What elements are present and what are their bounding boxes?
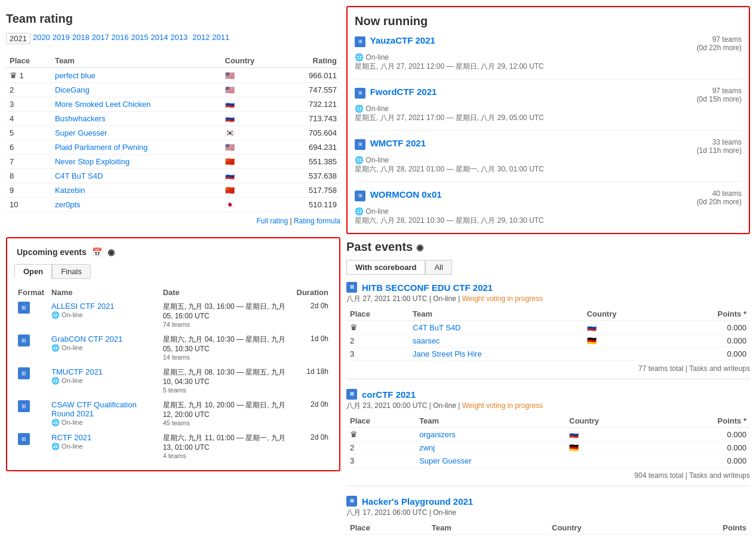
col-rating: Rating: [282, 54, 340, 68]
running-event-detail: 🌐 On-line星期六, 八月 28, 2021 01:00 — 星期一, 八…: [355, 156, 742, 174]
place-cell: 3: [6, 97, 51, 112]
year-link-2014[interactable]: 2014: [150, 33, 168, 44]
past-col: Country: [566, 415, 659, 428]
past-col: Points: [658, 521, 750, 535]
team-link[interactable]: saarsec: [413, 336, 440, 345]
running-event-name[interactable]: FwordCTF 2021: [370, 87, 437, 97]
year-link-2020[interactable]: 2020: [33, 33, 50, 44]
year-link-2016[interactable]: 2016: [112, 33, 129, 44]
col-country: Country: [222, 54, 282, 68]
tab-open[interactable]: Open: [14, 264, 52, 279]
year-link-2021[interactable]: 2021: [6, 33, 30, 44]
team-link[interactable]: Super Guesser: [419, 456, 471, 465]
team-link[interactable]: C4T BuT S4D: [413, 323, 460, 332]
team-cell: More Smoked Leet Chicken: [51, 97, 222, 112]
past-col: Points *: [659, 415, 750, 428]
team-link[interactable]: perfect blue: [55, 71, 96, 80]
past-table: PlaceTeamCountryPoints * ♛ organizers 🇷🇺…: [346, 415, 750, 468]
points-cell: 0.000: [668, 348, 750, 361]
event-icon: ⊞: [18, 400, 30, 412]
col-format: Format: [14, 286, 48, 299]
team-link[interactable]: C4T BuT S4D: [55, 171, 103, 180]
team-cell: Bushwhackers: [51, 112, 222, 126]
past-col: Country: [583, 308, 668, 321]
team-cell: Super Guesser: [51, 126, 222, 140]
event-name-link[interactable]: GrabCON CTF 2021: [51, 335, 122, 343]
year-link-2019[interactable]: 2019: [53, 33, 70, 44]
event-teams: 4 teams: [163, 452, 186, 459]
rating-formula-link[interactable]: Rating formula: [294, 217, 340, 225]
year-link-2017[interactable]: 2017: [92, 33, 109, 44]
place-cell: ♛: [346, 428, 416, 441]
past-col: Country: [548, 521, 658, 535]
team-link[interactable]: Bushwhackers: [55, 114, 106, 123]
points-cell: 0.000: [659, 441, 750, 455]
past-event-name-link[interactable]: HITB SECCONF EDU CTF 2021: [362, 283, 493, 293]
past-event-header: ⊞ corCTF 2021: [346, 389, 750, 400]
tab-with-scoreboard[interactable]: With scoreboard: [346, 260, 425, 275]
team-cell: Jane Street Pls Hire: [409, 348, 583, 361]
full-rating-link[interactable]: Full rating: [256, 217, 288, 225]
team-cell: zwnj: [416, 441, 566, 455]
event-icon-small: ⊞: [355, 139, 365, 150]
rating-cell: 510.119: [282, 198, 340, 212]
running-event-name[interactable]: YauzaCTF 2021: [370, 35, 435, 45]
team-cell: DiceGang: [51, 83, 222, 97]
crown-icon: ♛: [350, 429, 358, 439]
team-link[interactable]: organizers: [419, 430, 456, 439]
tab-all[interactable]: All: [425, 260, 451, 275]
running-event-name[interactable]: WORMCON 0x01: [370, 189, 442, 200]
event-name-link[interactable]: CSAW CTF Qualification Round 2021: [51, 400, 137, 418]
tab-finals[interactable]: Finals: [52, 264, 91, 279]
team-link[interactable]: zwnj: [419, 443, 435, 452]
points-cell: 0.000: [668, 321, 750, 335]
crown-icon: ♛: [10, 70, 17, 80]
event-name-link[interactable]: ALLESI CTF 2021: [51, 302, 115, 311]
past-event-name-link[interactable]: Hacker's Playground 2021: [362, 496, 473, 507]
event-icon-small: ⊞: [346, 389, 357, 400]
year-link-2015[interactable]: 2015: [131, 33, 149, 44]
rating-cell: 517.758: [282, 183, 340, 198]
event-icon-small: ⊞: [346, 496, 357, 507]
past-col: Place: [346, 521, 428, 535]
event-teams: 14 teams: [163, 354, 190, 361]
year-link-2013[interactable]: 2013: [170, 33, 188, 44]
team-link[interactable]: Plaid Parliament of Pwning: [55, 143, 147, 152]
year-link-2011[interactable]: 2011: [212, 33, 229, 44]
table-row: 2 DiceGang 🇺🇸 747.557: [6, 83, 340, 97]
table-row: 5 Super Guesser 🇰🇷 705.604: [6, 126, 340, 140]
team-link[interactable]: Katzebin: [55, 186, 85, 195]
year-link-2012[interactable]: 2012: [192, 33, 210, 44]
team-link[interactable]: DiceGang: [55, 85, 90, 94]
running-event-name[interactable]: WMCTF 2021: [370, 138, 426, 148]
rss-icon: ◉: [107, 247, 115, 257]
year-link-2018[interactable]: 2018: [72, 33, 90, 44]
past-col: Team: [428, 521, 548, 535]
event-duration-cell: 1d 18h: [293, 364, 332, 397]
now-running-title: Now running: [355, 14, 742, 28]
event-name-link[interactable]: RCTF 2021: [51, 433, 91, 442]
team-link[interactable]: Jane Street Pls Hire: [413, 349, 482, 358]
past-event-meta: 八月 27, 2021 21:00 UTC | On-line | Weight…: [346, 294, 750, 304]
past-event-footer: 77 teams total | Tasks and writeups: [346, 364, 750, 373]
meta-part: On-line: [433, 508, 456, 517]
upcoming-events-section: Upcoming events 📅 ◉ Open Finals Format N…: [6, 237, 340, 471]
team-link[interactable]: Never Stop Exploiting: [55, 157, 130, 166]
points-cell: 0.000: [659, 428, 750, 441]
past-event-name-link[interactable]: corCTF 2021: [362, 389, 416, 400]
event-name-link[interactable]: TMUCTF 2021: [51, 367, 103, 376]
running-event-teams: 97 teams(0d 15h more): [697, 87, 742, 103]
country-cell: 🇺🇸: [222, 140, 282, 155]
past-event-meta: 八月 17, 2021 06:00 UTC | On-line: [346, 508, 750, 518]
table-row: ♛ C4T BuT S4D 🇷🇺 0.000: [346, 321, 750, 335]
team-link[interactable]: zer0pts: [55, 200, 81, 209]
team-link[interactable]: More Smoked Leet Chicken: [55, 100, 150, 109]
past-event-block: ⊞ Hacker's Playground 2021 八月 17, 2021 0…: [346, 496, 750, 537]
event-duration-cell: 1d 0h: [293, 332, 332, 364]
past-event-meta: 八月 23, 2021 00:00 UTC | On-line | Weight…: [346, 401, 750, 411]
country-cell: 🇰🇷: [222, 126, 282, 140]
rating-cell: 966.011: [282, 68, 340, 83]
team-link[interactable]: Super Guesser: [55, 128, 107, 137]
event-format-cell: ⊞: [14, 332, 48, 364]
past-col: Team: [409, 308, 583, 321]
